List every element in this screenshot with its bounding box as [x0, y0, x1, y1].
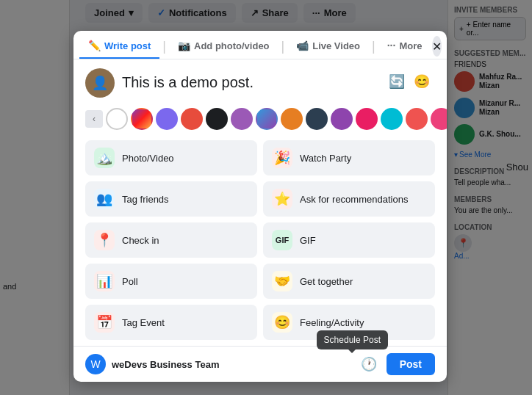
schedule-button[interactable]: 🕐: [357, 352, 381, 376]
gif-icon: GIF: [272, 230, 292, 250]
modal-close-button[interactable]: ✕: [432, 36, 442, 57]
user-avatar: 👤: [85, 68, 115, 98]
post-text-content: This is a demo post.: [122, 68, 379, 91]
action-photo-video[interactable]: 🏔️ Photo/Video: [85, 140, 257, 175]
bg-swatch-coral[interactable]: [406, 108, 428, 130]
bg-swatch-purple[interactable]: [156, 108, 178, 130]
refresh-icon-button[interactable]: 🔄: [387, 71, 407, 92]
bg-prev-button[interactable]: ‹: [85, 110, 103, 128]
modal-footer: W weDevs Business Team 🕐 Post Schedule P…: [73, 346, 447, 382]
tag-event-icon: 📅: [94, 312, 115, 333]
action-tag-event-label: Tag Event: [122, 317, 165, 328]
bg-swatch-gradient1[interactable]: [131, 108, 153, 130]
action-check-in-label: Check in: [122, 235, 159, 246]
page-name: weDevs Business Team: [112, 359, 351, 370]
bg-swatch-pink2[interactable]: [431, 108, 447, 130]
post-icons: 🔄 😊: [387, 68, 435, 92]
check-in-icon: 📍: [94, 230, 115, 250]
action-tag-friends[interactable]: 👥 Tag friends: [85, 181, 257, 217]
bg-swatch-orange[interactable]: [281, 108, 303, 130]
action-gif-label: GIF: [300, 235, 316, 246]
tab-add-photo-label: Add photo/video: [194, 40, 270, 51]
action-poll-label: Poll: [122, 276, 138, 287]
get-together-icon: 🤝: [272, 271, 292, 291]
action-tag-friends-label: Tag friends: [122, 194, 169, 205]
page-icon: W: [85, 354, 106, 374]
video-icon: 📹: [296, 40, 309, 51]
action-photo-video-label: Photo/Video: [122, 153, 174, 164]
tag-friends-icon: 👥: [94, 189, 115, 209]
bg-swatch-white[interactable]: [106, 108, 128, 130]
bg-swatch-pink[interactable]: [356, 108, 378, 130]
action-gif[interactable]: GIF GIF: [263, 222, 435, 258]
photo-icon: 📷: [178, 40, 190, 51]
modal-tabs: ✏️ Write post | 📷 Add photo/video | 📹 Li…: [73, 31, 447, 59]
bg-swatch-dark-purple[interactable]: [331, 108, 353, 130]
action-watch-party-label: Watch Party: [300, 153, 351, 164]
tab-divider: |: [162, 40, 166, 53]
action-get-together-label: Get together: [300, 276, 353, 287]
action-ask-recommendations-label: Ask for recommendations: [300, 194, 408, 205]
tab-live-video-label: Live Video: [312, 40, 360, 51]
more-icon: ···: [387, 40, 396, 51]
background-color-picker: ‹ ⊞: [73, 104, 447, 134]
action-feeling-activity-label: Feeling/Activity: [300, 317, 364, 328]
bg-swatch-cyan[interactable]: [381, 108, 403, 130]
tab-more-label: More: [399, 40, 422, 51]
create-post-modal: ✏️ Write post | 📷 Add photo/video | 📹 Li…: [73, 31, 447, 382]
schedule-tooltip: Schedule Post: [317, 330, 388, 349]
action-get-together[interactable]: 🤝 Get together: [263, 264, 435, 299]
ask-recommendations-icon: ⭐: [272, 189, 292, 209]
bg-swatch-red[interactable]: [181, 108, 203, 130]
bg-swatch-black[interactable]: [206, 108, 228, 130]
action-check-in[interactable]: 📍 Check in: [85, 222, 257, 258]
tab-write-post[interactable]: ✏️ Write post: [79, 34, 159, 59]
action-watch-party[interactable]: 🎉 Watch Party: [263, 140, 435, 175]
action-poll[interactable]: 📊 Poll: [85, 264, 257, 299]
watch-party-icon: 🎉: [272, 148, 292, 168]
post-button[interactable]: Post: [387, 353, 435, 375]
bg-swatch-violet[interactable]: [231, 108, 253, 130]
pencil-icon: ✏️: [88, 40, 101, 51]
photo-video-icon: 🏔️: [94, 148, 115, 168]
action-tag-event[interactable]: 📅 Tag Event: [85, 305, 257, 340]
tab-write-post-label: Write post: [104, 40, 151, 51]
action-ask-recommendations[interactable]: ⭐ Ask for recommendations: [263, 181, 435, 217]
action-grid: 🏔️ Photo/Video 🎉 Watch Party 👥 Tag frien…: [73, 134, 447, 346]
tab-divider: |: [281, 40, 285, 53]
emoji-icon-button[interactable]: 😊: [411, 71, 432, 92]
post-area: 👤 This is a demo post. 🔄 😊: [73, 59, 447, 104]
bg-swatch-dark-blue[interactable]: [306, 108, 328, 130]
poll-icon: 📊: [94, 271, 115, 291]
tab-divider: |: [372, 40, 375, 53]
tab-more[interactable]: ··· More: [378, 34, 431, 59]
tab-live-video[interactable]: 📹 Live Video: [287, 34, 369, 59]
feeling-activity-icon: 😊: [272, 312, 292, 333]
tab-add-photo[interactable]: 📷 Add photo/video: [169, 34, 278, 59]
bg-swatch-blue-purple[interactable]: [256, 108, 278, 130]
